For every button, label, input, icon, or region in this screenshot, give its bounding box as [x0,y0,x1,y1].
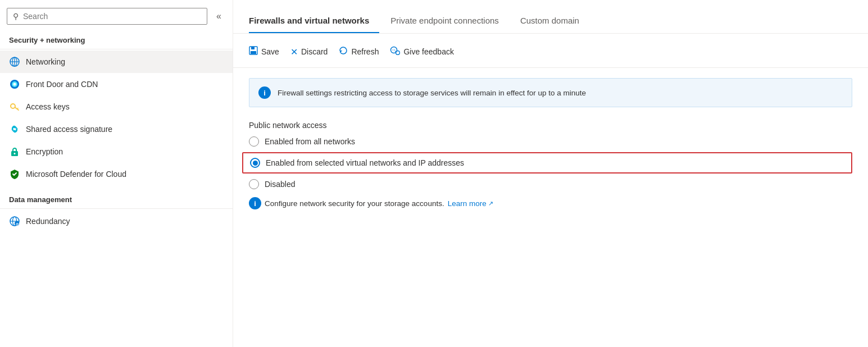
svg-point-25 [394,49,396,51]
sidebar-search-row: ⚲ « [0,0,233,30]
main-content: Firewalls and virtual networks Private e… [233,0,868,347]
sidebar-collapse-button[interactable]: « [212,9,226,24]
svg-point-7 [11,104,15,108]
sidebar-item-frontdoor[interactable]: Front Door and CDN [0,73,233,95]
sidebar-scroll-area: Security + networking Networking [0,30,233,347]
sidebar-item-encryption[interactable]: Encryption [0,140,233,163]
svg-line-9 [17,108,19,109]
network-access-section: Public network access Enabled from all n… [233,107,868,223]
learn-more-info-icon: i [249,197,261,209]
refresh-button[interactable]: Refresh [339,43,388,61]
radio-all-networks-label: Enabled from all networks [265,137,355,146]
tab-firewalls[interactable]: Firewalls and virtual networks [249,10,379,33]
feedback-button[interactable]: Give feedback [390,43,463,61]
feedback-label: Give feedback [403,47,454,56]
defender-icon [9,168,20,180]
info-banner-text: Firewall settings restricting access to … [278,89,586,97]
sidebar-item-redundancy[interactable]: ◎ Redundancy [0,210,233,232]
svg-point-6 [13,83,16,86]
radio-disabled-label: Disabled [265,180,295,189]
radio-option-all-networks[interactable]: Enabled from all networks [249,136,852,147]
info-banner: i Firewall settings restricting access t… [249,78,852,107]
tab-private-endpoint[interactable]: Private endpoint connections [390,10,509,33]
svg-rect-19 [251,51,256,54]
external-link-icon: ↗ [488,200,493,207]
frontdoor-icon [9,79,20,90]
key-icon [9,101,20,112]
search-icon: ⚲ [13,12,19,21]
link-icon [9,124,20,135]
sidebar-item-networking-label: Networking [26,57,65,66]
sidebar-item-defender[interactable]: Microsoft Defender for Cloud [0,163,233,185]
section-header-security: Security + networking [0,30,233,48]
discard-icon: ✕ [290,47,298,57]
svg-rect-18 [251,47,255,49]
save-label: Save [261,47,279,56]
sidebar-item-redundancy-label: Redundancy [26,217,70,226]
svg-line-23 [395,51,396,52]
divider-2 [0,208,233,209]
sidebar-item-shared-access-label: Shared access signature [26,125,112,134]
sidebar-search-box[interactable]: ⚲ [7,8,207,25]
sidebar-item-defender-label: Microsoft Defender for Cloud [26,170,126,179]
networking-icon [9,56,20,67]
save-button[interactable]: Save [249,43,288,61]
public-network-access-label: Public network access [249,121,852,130]
svg-point-24 [393,49,394,51]
sidebar: ⚲ « Security + networking Networking [0,0,233,347]
search-input[interactable] [23,12,201,21]
svg-marker-20 [340,51,342,53]
sidebar-item-shared-access[interactable]: Shared access signature [0,118,233,140]
info-icon: i [258,86,271,99]
radio-option-disabled[interactable]: Disabled [249,179,852,189]
learn-more-row: i Configure network security for your st… [249,197,852,209]
learn-more-prefix: Configure network security for your stor… [265,199,444,208]
globe-icon: ◎ [9,216,20,227]
divider [0,49,233,49]
radio-selected-networks[interactable] [250,158,260,168]
feedback-icon [390,46,400,57]
tabs-row: Firewalls and virtual networks Private e… [233,0,868,34]
svg-point-22 [396,51,400,55]
learn-more-label: Learn more [448,199,487,208]
svg-point-11 [14,153,16,154]
radio-disabled[interactable] [249,179,259,189]
sidebar-item-frontdoor-label: Front Door and CDN [26,80,98,89]
tab-custom-domain[interactable]: Custom domain [520,10,589,33]
refresh-icon [339,46,348,57]
lock-icon [9,146,20,157]
sidebar-item-access-keys-label: Access keys [26,102,70,111]
sidebar-item-encryption-label: Encryption [26,147,63,156]
discard-label: Discard [301,47,328,56]
sidebar-item-access-keys[interactable]: Access keys [0,95,233,118]
save-icon [249,46,258,57]
radio-all-networks[interactable] [249,136,259,147]
toolbar: Save ✕ Discard Refresh [233,34,868,68]
learn-more-link[interactable]: Learn more ↗ [448,199,493,208]
sidebar-item-networking[interactable]: Networking [0,51,233,73]
discard-button[interactable]: ✕ Discard [290,43,337,61]
radio-selected-networks-label: Enabled from selected virtual networks a… [266,158,464,167]
section-header-data-management: Data management [0,190,233,207]
radio-option-selected-networks[interactable]: Enabled from selected virtual networks a… [242,152,852,174]
refresh-label: Refresh [351,47,379,56]
